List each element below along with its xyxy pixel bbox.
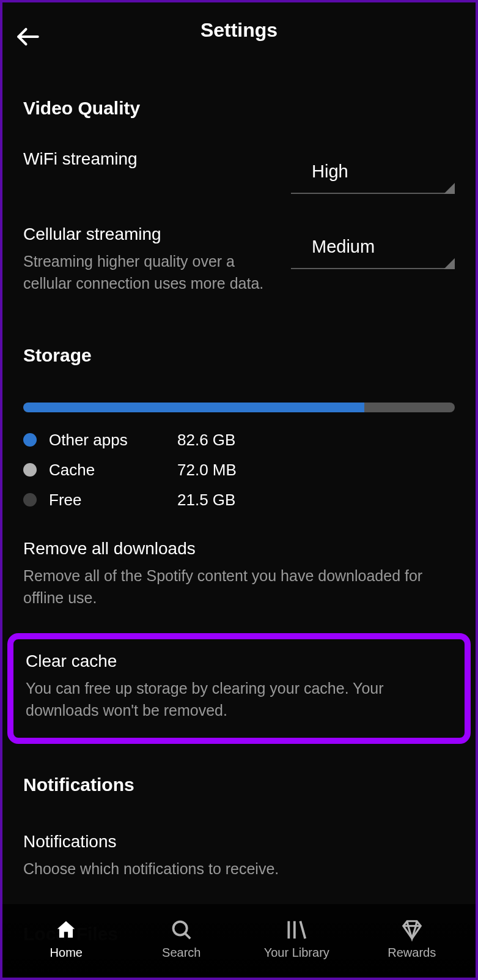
section-heading-notifications: Notifications: [23, 774, 455, 795]
legend-cache: Cache 72.0 MB: [23, 461, 455, 480]
dropdown-corner-icon: [444, 258, 455, 269]
nav-rewards[interactable]: Rewards: [357, 918, 467, 960]
section-heading-storage: Storage: [23, 345, 455, 366]
dot-icon: [23, 493, 37, 507]
notifications-item-title: Notifications: [23, 832, 455, 852]
dot-icon: [23, 463, 37, 477]
svg-line-2: [185, 933, 190, 938]
clear-cache-title: Clear cache: [26, 651, 452, 671]
page-title: Settings: [200, 19, 278, 42]
storage-bar: [23, 403, 455, 412]
dropdown-corner-icon: [444, 183, 455, 194]
wifi-streaming-value: High: [291, 153, 455, 193]
bottom-nav: Home Search Your Library Rewards: [2, 904, 476, 978]
remove-all-downloads-button[interactable]: Remove all downloads Remove all of the S…: [23, 539, 455, 609]
clear-cache-desc: You can free up storage by clearing your…: [26, 677, 452, 722]
cellular-streaming-desc: Streaming higher quality over a cellular…: [23, 250, 279, 295]
storage-bar-fill: [23, 403, 364, 412]
section-heading-video-quality: Video Quality: [23, 98, 455, 119]
wifi-streaming-select[interactable]: High: [291, 153, 455, 194]
diamond-icon: [400, 918, 424, 942]
search-icon: [169, 918, 194, 942]
cellular-streaming-label: Cellular streaming: [23, 225, 279, 244]
library-icon: [284, 918, 309, 942]
arrow-left-icon: [15, 24, 41, 50]
nav-search[interactable]: Search: [127, 918, 237, 960]
remove-all-downloads-desc: Remove all of the Spotify content you ha…: [23, 565, 455, 609]
svg-point-1: [173, 921, 186, 935]
home-icon: [54, 918, 78, 942]
row-wifi-streaming: WiFi streaming High: [23, 149, 455, 194]
cellular-streaming-value: Medium: [291, 228, 455, 268]
legend-free: Free 21.5 GB: [23, 491, 455, 510]
legend-other-apps: Other apps 82.6 GB: [23, 431, 455, 450]
back-button[interactable]: [13, 22, 43, 51]
header-bar: Settings: [2, 2, 476, 58]
nav-home[interactable]: Home: [11, 918, 121, 960]
notifications-item[interactable]: Notifications Choose which notifications…: [23, 832, 455, 880]
cellular-streaming-select[interactable]: Medium: [291, 228, 455, 269]
nav-library[interactable]: Your Library: [241, 918, 351, 960]
clear-cache-button[interactable]: Clear cache You can free up storage by c…: [7, 633, 471, 744]
remove-all-downloads-title: Remove all downloads: [23, 539, 455, 559]
dot-icon: [23, 433, 37, 447]
notifications-item-desc: Choose which notifications to receive.: [23, 858, 455, 880]
storage-legend: Other apps 82.6 GB Cache 72.0 MB Free 21…: [23, 431, 455, 510]
row-cellular-streaming: Cellular streaming Streaming higher qual…: [23, 225, 455, 295]
wifi-streaming-label: WiFi streaming: [23, 149, 279, 169]
